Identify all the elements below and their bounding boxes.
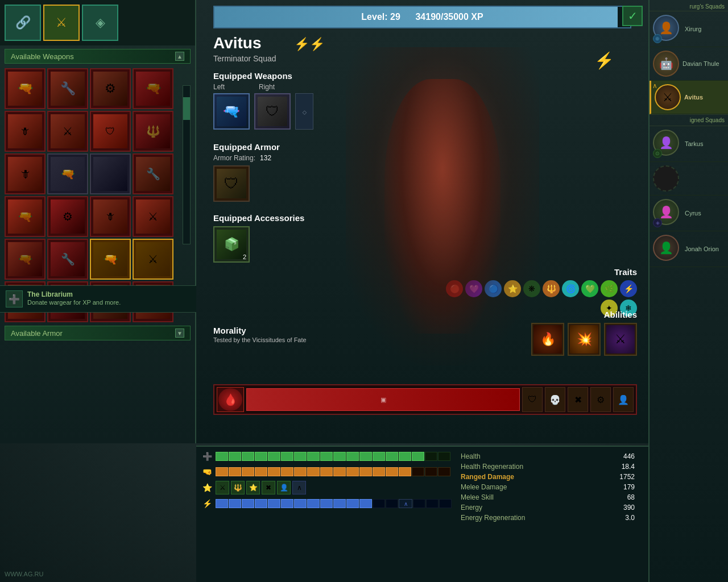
skill-box[interactable]: ⚔	[216, 481, 229, 494]
weapon-slot[interactable]: 🔫	[5, 239, 46, 280]
trait-icon-10[interactable]: ⚡	[620, 280, 637, 297]
traits-section: Traits 🔴 💜 🔵 ⭐ ❋ 🔱 🌀 💚 🌿 ⚡ ✦ ❄	[438, 267, 637, 317]
action-slot-5[interactable]: ⚙	[590, 387, 611, 412]
tab-weapons[interactable]: ⚔	[43, 5, 80, 41]
squad-member-avitus[interactable]: ⚔ ∧ Avitus	[650, 81, 728, 114]
armor-slot[interactable]: 🛡	[213, 165, 250, 202]
weapon-slot[interactable]: 🔫	[5, 196, 46, 237]
ability-slot-2[interactable]: 💥	[568, 323, 601, 356]
squad-member-jonah[interactable]: 👤 Jonah Orion	[650, 231, 728, 267]
tab-skills[interactable]: 🔗	[5, 5, 41, 41]
action-slot-3[interactable]: 💀	[545, 387, 565, 412]
trait-icon-6[interactable]: 🔱	[543, 280, 560, 297]
left-panel: 🔗 ⚔ ◈ Available Weapons ▲ 🔫 🔧 ⚙ 🔫 🗡 ⚔ 🛡 …	[0, 0, 196, 443]
skill-box[interactable]: ⭐	[246, 481, 260, 494]
stats-bars-left: ➕	[201, 450, 452, 579]
skill-box[interactable]: 🔱	[231, 481, 245, 494]
armor-scroll-btn[interactable]: ▼	[175, 329, 184, 338]
weapon-slot[interactable]: 🛡	[90, 111, 131, 152]
energy-box[interactable]: ∧	[399, 499, 412, 508]
weapon-slot[interactable]	[90, 153, 131, 194]
trait-icon-5[interactable]: ❋	[523, 280, 540, 297]
bar-seg	[242, 452, 254, 461]
skill-box[interactable]: ✖	[262, 481, 275, 494]
weapon-slot[interactable]: 🗡	[5, 153, 46, 194]
weapon-slot[interactable]: 🔱	[133, 111, 173, 152]
action-slot-2[interactable]: 🛡	[522, 387, 543, 412]
stat-value-ranged: 1752	[619, 473, 635, 481]
trait-icon-8[interactable]: 💚	[581, 280, 598, 297]
scroll-up-btn[interactable]: ▲	[175, 52, 184, 61]
energy-bar-row: ⚡ ∧	[201, 497, 452, 510]
weapon-slot[interactable]: ⚙	[90, 68, 131, 109]
weapon-slot-selected[interactable]: 🔫	[90, 239, 131, 280]
jonah-avatar-container: 👤	[653, 235, 681, 263]
trait-icon-7[interactable]: 🌀	[562, 280, 579, 297]
weapon-slot[interactable]: 🗡	[5, 111, 46, 152]
bar-seg-empty	[426, 499, 439, 508]
bar-seg	[373, 452, 385, 461]
tab-other[interactable]: ◈	[82, 5, 118, 41]
weapon-slot[interactable]: 🗡	[90, 196, 131, 237]
bar-seg	[268, 452, 280, 461]
bar-seg	[294, 499, 307, 508]
weapon-slot[interactable]: ⚔	[133, 196, 173, 237]
trait-icon-3[interactable]: 🔵	[485, 280, 502, 297]
assigned-label: igned Squads	[690, 117, 725, 123]
weapon-slot[interactable]: ⚙	[47, 196, 88, 237]
weapon-slot[interactable]: ⚔	[47, 111, 88, 152]
bar-seg	[373, 467, 385, 476]
bar-seg	[307, 499, 320, 508]
skill-icons-row: ⭐ ⚔ 🔱 ⭐ ✖ 👤 ∧	[201, 481, 452, 494]
stat-value-energy-regen: 3.0	[625, 514, 635, 522]
ability-slot-1[interactable]: 🔥	[531, 323, 564, 356]
action-slot-main[interactable]: 🩸	[217, 387, 244, 412]
skill-box[interactable]: 👤	[277, 481, 291, 494]
ability-slot-3[interactable]: ⚔	[604, 323, 637, 356]
bar-seg	[268, 499, 280, 508]
librarium-box[interactable]: ➕ The Librarium Donate wargear for XP an…	[0, 285, 196, 313]
equipped-weapons-title: Equipped Weapons	[213, 71, 313, 81]
right-weapon-slot[interactable]: 🛡	[254, 93, 291, 130]
weapon-slot[interactable]: 🔫	[5, 68, 46, 109]
traits-title: Traits	[438, 267, 637, 277]
trait-icon-9[interactable]: 🌿	[601, 280, 618, 297]
bar-seg	[242, 467, 254, 476]
stat-row-energy: Energy 390	[461, 504, 635, 512]
bar-seg	[216, 467, 228, 476]
skill-box[interactable]: ∧	[292, 481, 306, 494]
bar-seg	[307, 452, 320, 461]
right-weapon-label: Right	[259, 83, 275, 91]
stat-label-health: Health	[461, 452, 481, 460]
squad-member-empty-1[interactable]	[650, 162, 728, 196]
skill-icon: ⭐	[201, 481, 213, 494]
action-slot-6[interactable]: 👤	[613, 387, 634, 412]
trait-icon-1[interactable]: 🔴	[446, 280, 463, 297]
stat-value-health-regen: 18.4	[622, 463, 635, 471]
squad-member-cyrus[interactable]: 👤 ◈ Cyrus	[650, 196, 728, 231]
abilities-title: Abilities	[531, 310, 637, 319]
squad-member-davian[interactable]: 🤖 Davian Thule	[650, 47, 728, 81]
accessory-slot[interactable]: 📦 2	[213, 226, 250, 263]
equip-extra-slot[interactable]: ⬦	[295, 93, 313, 130]
bar-seg	[268, 467, 280, 476]
action-slot-4[interactable]: ✖	[568, 387, 588, 412]
weapon-slot[interactable]: 🔧	[47, 239, 88, 280]
weapon-slot[interactable]: 🔫	[133, 68, 173, 109]
stat-row-health-regen: Health Regeneration 18.4	[461, 463, 635, 471]
trait-icon-2[interactable]: 💜	[465, 280, 482, 297]
squad-member-xirurg[interactable]: 👤 ⊕ Xirurg	[650, 11, 728, 47]
weapon-slot[interactable]: 🔫	[47, 153, 88, 194]
weapon-slot-selected[interactable]: ⚔	[133, 239, 173, 280]
bar-seg	[294, 467, 307, 476]
weapon-slot[interactable]: 🔧	[47, 68, 88, 109]
bar-seg-empty	[439, 499, 452, 508]
trait-icon-4[interactable]: ⭐	[504, 280, 521, 297]
bar-seg	[399, 452, 411, 461]
avitus-avatar: ⚔	[655, 84, 681, 110]
squad-member-tarkus[interactable]: 👤 ⊙ Tarkus	[650, 126, 728, 162]
left-weapon-slot[interactable]: 🔫	[213, 93, 250, 130]
bar-seg	[386, 467, 398, 476]
weapon-slot[interactable]: 🔧	[133, 153, 173, 194]
confirm-button[interactable]: ✓	[622, 6, 643, 26]
